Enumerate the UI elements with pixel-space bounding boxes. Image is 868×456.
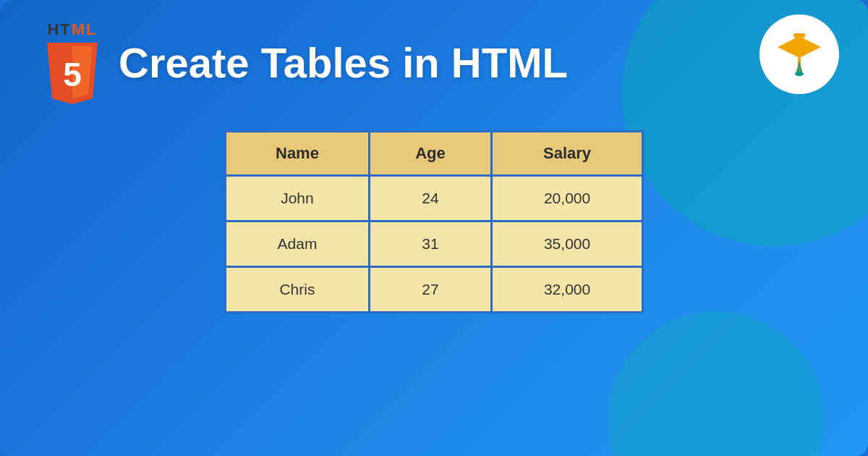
table-head: Name Age Salary bbox=[226, 132, 643, 176]
row2-age: 31 bbox=[369, 221, 491, 267]
header: HTML 5 Create Tables in HTML bbox=[43, 22, 825, 104]
row1-name: John bbox=[226, 176, 370, 221]
svg-marker-0 bbox=[778, 36, 821, 58]
html5-shield-icon: 5 bbox=[43, 39, 101, 104]
col-salary-header: Salary bbox=[492, 132, 643, 176]
col-name-header: Name bbox=[226, 132, 370, 176]
row1-salary: 20,000 bbox=[492, 176, 643, 221]
html5-logo: HTML 5 bbox=[43, 22, 101, 104]
brand-logo-circle bbox=[760, 14, 839, 94]
col-age-header: Age bbox=[369, 132, 491, 176]
row2-name: Adam bbox=[226, 221, 370, 267]
data-table: Name Age Salary John 24 20,000 Adam 31 3… bbox=[224, 130, 644, 313]
row3-name: Chris bbox=[226, 267, 370, 313]
table-row: Chris 27 32,000 bbox=[226, 267, 643, 313]
main-content: HTML 5 Create Tables in HTML Name Age Sa… bbox=[0, 0, 868, 335]
page-title: Create Tables in HTML bbox=[119, 40, 568, 86]
table-wrapper: Name Age Salary John 24 20,000 Adam 31 3… bbox=[43, 130, 825, 313]
svg-text:5: 5 bbox=[63, 56, 82, 93]
svg-marker-5 bbox=[796, 61, 803, 74]
table-body: John 24 20,000 Adam 31 35,000 Chris 27 3… bbox=[226, 176, 643, 313]
row2-salary: 35,000 bbox=[492, 221, 643, 267]
row3-age: 27 bbox=[369, 267, 491, 313]
row1-age: 24 bbox=[369, 176, 491, 221]
html-badge-text: HTML bbox=[47, 22, 97, 38]
table-header-row: Name Age Salary bbox=[226, 132, 643, 176]
svg-rect-1 bbox=[793, 33, 805, 38]
graduation-cap-icon bbox=[774, 29, 825, 80]
table-row: Adam 31 35,000 bbox=[226, 221, 643, 267]
table-row: John 24 20,000 bbox=[226, 176, 643, 221]
row3-salary: 32,000 bbox=[492, 267, 643, 313]
